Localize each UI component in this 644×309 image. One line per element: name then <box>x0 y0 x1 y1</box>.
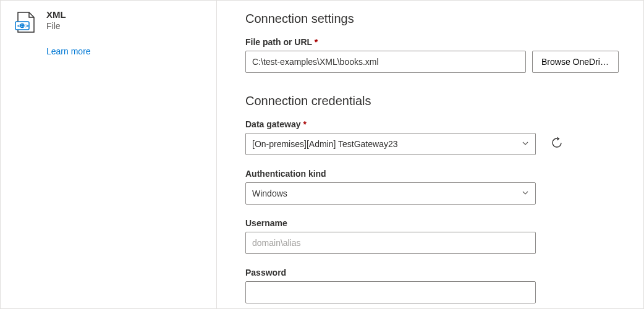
required-indicator: * <box>303 119 306 129</box>
xml-file-icon: < > <box>14 9 38 36</box>
auth-kind-label: Authentication kind <box>245 169 619 179</box>
refresh-gateways-button[interactable] <box>547 134 567 154</box>
data-gateway-label-text: Data gateway <box>245 119 300 129</box>
data-gateway-field: Data gateway * [On-premises][Admin] Test… <box>245 119 619 155</box>
file-path-label: File path or URL * <box>245 37 619 47</box>
required-indicator: * <box>315 37 318 47</box>
learn-more-link[interactable]: Learn more <box>46 46 203 56</box>
chevron-down-icon <box>522 139 529 149</box>
password-field: Password <box>245 268 619 303</box>
file-path-label-text: File path or URL <box>245 37 312 47</box>
connector-title: XML <box>46 9 66 20</box>
chevron-down-icon <box>522 188 529 198</box>
data-gateway-select[interactable]: [On-premises][Admin] TestGateway23 <box>245 133 536 155</box>
file-path-input[interactable] <box>245 51 526 73</box>
password-input[interactable] <box>245 281 536 303</box>
main-panel: Connection settings File path or URL * B… <box>217 1 643 308</box>
svg-text:>: > <box>25 23 28 29</box>
browse-onedrive-button[interactable]: Browse OneDrive... <box>532 51 619 73</box>
connection-settings-heading: Connection settings <box>245 12 619 26</box>
auth-kind-select[interactable]: Windows <box>245 182 536 205</box>
sidebar: < > XML File Learn more <box>1 1 217 308</box>
username-label: Username <box>245 218 619 228</box>
auth-kind-selected-value: Windows <box>252 188 287 198</box>
connection-credentials-heading: Connection credentials <box>245 94 619 108</box>
file-path-field: File path or URL * Browse OneDrive... <box>245 37 619 73</box>
username-field: Username <box>245 218 619 254</box>
connector-header: < > XML File <box>14 9 203 36</box>
username-input[interactable] <box>245 232 536 254</box>
data-gateway-label: Data gateway * <box>245 119 619 129</box>
data-gateway-selected-value: [On-premises][Admin] TestGateway23 <box>252 139 398 149</box>
auth-kind-field: Authentication kind Windows <box>245 169 619 205</box>
password-label: Password <box>245 268 619 277</box>
refresh-icon <box>551 137 563 151</box>
connector-subtitle: File <box>46 21 66 31</box>
